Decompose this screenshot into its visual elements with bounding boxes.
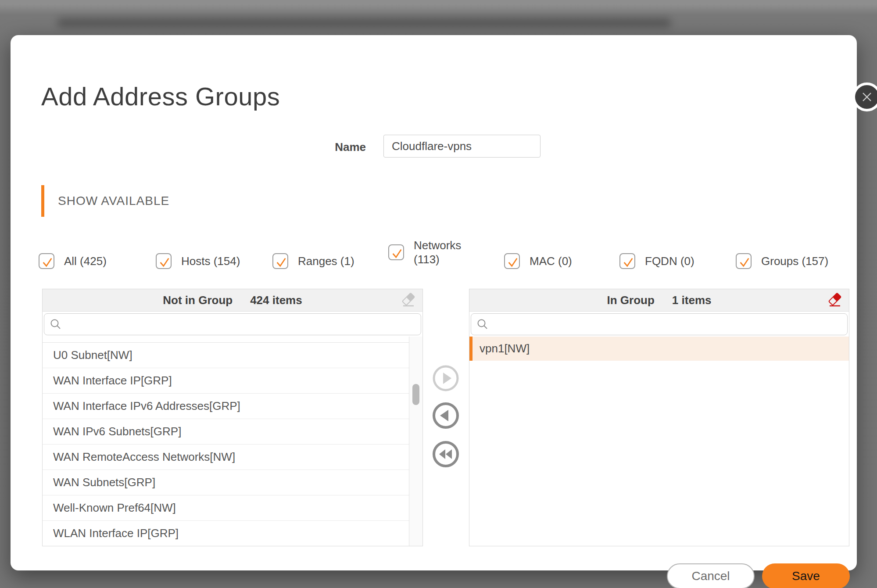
background-dimmed-content bbox=[57, 18, 671, 27]
search-input[interactable] bbox=[471, 313, 848, 335]
partial-row bbox=[43, 337, 409, 343]
move-left-button[interactable] bbox=[432, 402, 460, 430]
filter-label: FQDN (0) bbox=[645, 254, 694, 268]
panel-title: Not in Group bbox=[163, 294, 233, 307]
list-item[interactable]: WAN IPv6 Subnets[GRP] bbox=[43, 419, 409, 445]
scrollbar-track[interactable] bbox=[409, 337, 422, 546]
list-item[interactable]: WLAN Interface IP[GRP] bbox=[43, 521, 409, 546]
list-item[interactable]: WAN RemoteAccess Networks[NW] bbox=[43, 445, 409, 470]
not-in-group-panel: Not in Group 424 items U0 Subnet[NW] bbox=[42, 289, 423, 546]
add-address-groups-dialog: Add Address Groups Name SHOW AVAILABLE A… bbox=[11, 35, 857, 570]
panel-count: 424 items bbox=[250, 294, 302, 307]
list-item[interactable]: U0 Subnet[NW] bbox=[43, 343, 409, 368]
in-group-panel: In Group 1 items vpn1[NW] bbox=[469, 289, 849, 546]
save-button[interactable]: Save bbox=[762, 563, 850, 588]
section-header: SHOW AVAILABLE bbox=[58, 194, 169, 208]
checkbox-checked[interactable] bbox=[504, 253, 520, 269]
filter-label: MAC (0) bbox=[530, 254, 572, 268]
checkbox-checked[interactable] bbox=[156, 253, 172, 269]
selected-group-member[interactable]: vpn1[NW] bbox=[469, 337, 849, 361]
clear-list-icon[interactable] bbox=[401, 292, 416, 308]
checkbox-checked[interactable] bbox=[736, 253, 752, 269]
not-in-group-list: U0 Subnet[NW] WAN Interface IP[GRP] WAN … bbox=[43, 337, 422, 546]
filter-ranges[interactable]: Ranges (1) bbox=[272, 245, 354, 277]
name-label: Name bbox=[291, 140, 366, 154]
filter-mac[interactable]: MAC (0) bbox=[504, 245, 572, 277]
checkbox-checked[interactable] bbox=[39, 253, 54, 269]
arrow-left-icon bbox=[432, 424, 460, 431]
clear-list-icon[interactable] bbox=[827, 292, 843, 308]
checkbox-checked[interactable] bbox=[388, 244, 404, 260]
list-item[interactable]: WAN Subnets[GRP] bbox=[43, 470, 409, 495]
filter-label: All (425) bbox=[64, 254, 107, 268]
list-item[interactable]: WAN Interface IP[GRP] bbox=[43, 368, 409, 394]
search-input[interactable] bbox=[44, 313, 421, 335]
filter-label: Ranges (1) bbox=[298, 254, 354, 268]
checkbox-checked[interactable] bbox=[272, 253, 288, 269]
filter-groups[interactable]: Groups (157) bbox=[736, 245, 828, 277]
filter-networks[interactable]: Networks (113) bbox=[388, 237, 470, 268]
in-group-header: In Group 1 items bbox=[469, 289, 849, 312]
in-group-search bbox=[471, 313, 848, 335]
checkbox-checked[interactable] bbox=[619, 253, 635, 269]
move-right-button[interactable] bbox=[432, 364, 460, 392]
cancel-button[interactable]: Cancel bbox=[667, 563, 755, 588]
filter-label: Hosts (154) bbox=[181, 254, 240, 268]
list-item[interactable]: Well-Known Pref64[NW] bbox=[43, 495, 409, 521]
not-in-group-header: Not in Group 424 items bbox=[43, 289, 422, 312]
filter-label: Groups (157) bbox=[761, 254, 828, 268]
filter-hosts[interactable]: Hosts (154) bbox=[156, 245, 240, 277]
close-button[interactable] bbox=[852, 82, 877, 111]
scrollbar-thumb[interactable] bbox=[412, 384, 419, 405]
panel-title: In Group bbox=[607, 294, 655, 307]
filter-all[interactable]: All (425) bbox=[39, 245, 107, 277]
filter-fqdn[interactable]: FQDN (0) bbox=[619, 245, 694, 277]
name-input[interactable] bbox=[383, 135, 541, 158]
close-icon bbox=[861, 91, 873, 103]
not-in-group-search bbox=[44, 313, 421, 335]
filter-label: Networks (113) bbox=[414, 238, 470, 266]
dialog-title: Add Address Groups bbox=[41, 82, 280, 111]
arrow-right-icon bbox=[432, 387, 460, 394]
list-item[interactable]: WAN Interface IPv6 Addresses[GRP] bbox=[43, 394, 409, 419]
section-accent-bar bbox=[41, 185, 44, 217]
panel-count: 1 items bbox=[672, 294, 712, 307]
double-arrow-left-icon bbox=[432, 463, 460, 470]
move-all-left-button[interactable] bbox=[432, 440, 460, 468]
